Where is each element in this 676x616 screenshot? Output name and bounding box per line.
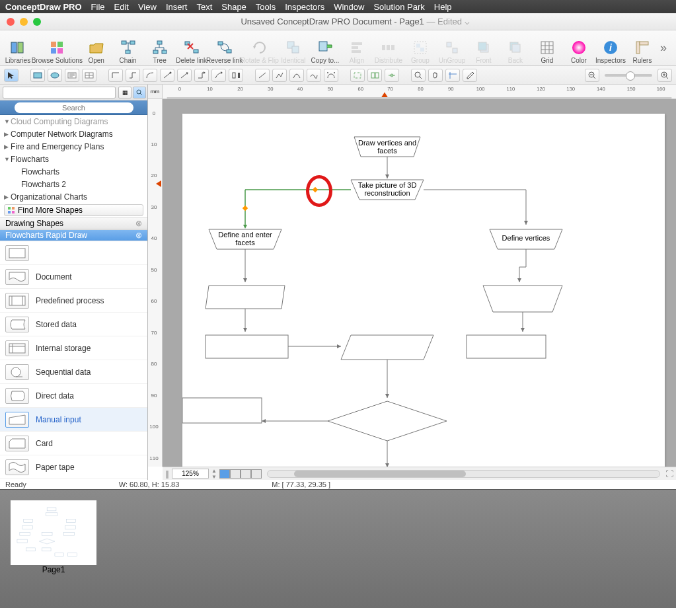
menu-inspectors[interactable]: Inspectors xyxy=(285,2,324,12)
collapse-icon[interactable]: ‖ xyxy=(165,469,169,479)
page-thumbnail-label[interactable]: Page1 xyxy=(42,565,65,574)
pointer-tool-icon[interactable] xyxy=(4,69,19,82)
svg-marker-167 xyxy=(328,401,447,441)
open-button[interactable]: Open xyxy=(83,32,110,64)
tree-button[interactable]: Tree xyxy=(146,32,174,64)
menu-solution-park[interactable]: Solution Park xyxy=(373,2,424,12)
table-tool-icon[interactable] xyxy=(82,69,96,82)
svg-rect-170 xyxy=(182,398,262,423)
shape-item-sequential[interactable]: Sequential data xyxy=(0,360,147,384)
toolbar-overflow-icon[interactable]: » xyxy=(660,41,672,55)
spline-tool-icon[interactable] xyxy=(307,69,321,82)
page-thumbnail-1[interactable] xyxy=(11,500,96,565)
horizontal-scrollbar[interactable] xyxy=(267,470,660,478)
tree-cloud-computing[interactable]: ▼Cloud Computing Diagrams xyxy=(0,115,147,128)
shape-item-document[interactable]: Document xyxy=(0,265,147,289)
shape-item-direct[interactable]: Direct data xyxy=(0,384,147,408)
guides-tool-icon[interactable] xyxy=(445,69,460,82)
horizontal-ruler[interactable]: 0102030405060708090100110120130140150160 xyxy=(163,85,676,99)
find-more-shapes-button[interactable]: Find More Shapes xyxy=(4,204,143,216)
close-icon[interactable]: ⊗ xyxy=(135,231,142,240)
inspectors-button[interactable]: iInspectors xyxy=(597,32,624,64)
zoom-in-icon[interactable] xyxy=(657,69,672,82)
shape-item-card[interactable]: Card xyxy=(0,432,147,455)
libraries-button[interactable]: Libraries xyxy=(4,32,32,64)
bezier-tool-icon[interactable] xyxy=(324,69,338,82)
connector-tool-5-icon[interactable] xyxy=(177,69,192,82)
rulers-button[interactable]: Rulers xyxy=(628,32,656,64)
search-view-icon[interactable] xyxy=(133,87,146,98)
shape-item-papertape[interactable]: Paper tape xyxy=(0,455,147,479)
zoom-level[interactable]: 125% xyxy=(172,469,209,479)
shape-item-internal[interactable]: Internal storage xyxy=(0,336,147,360)
svg-rect-12 xyxy=(153,50,158,54)
menu-help[interactable]: Help xyxy=(434,2,452,12)
zoom-slider[interactable] xyxy=(605,74,652,77)
vertical-ruler[interactable]: 0102030405060708090100110 xyxy=(148,99,163,467)
snap-tool-3-icon[interactable] xyxy=(385,69,399,82)
tree-computer-network[interactable]: ▶Computer Network Diagrams xyxy=(0,128,147,140)
tree-org-charts[interactable]: ▶Organizational Charts xyxy=(0,190,147,203)
svg-rect-72 xyxy=(371,73,375,78)
zoom-out-icon[interactable] xyxy=(585,69,599,82)
fit-page-icon[interactable]: ⛶ xyxy=(665,469,673,479)
eyedropper-tool-icon[interactable] xyxy=(463,69,477,82)
menu-window[interactable]: Window xyxy=(334,2,364,12)
snap-tool-2-icon[interactable] xyxy=(367,69,382,82)
connector-tool-4-icon[interactable] xyxy=(160,69,174,82)
library-selector[interactable] xyxy=(3,87,116,98)
menu-file[interactable]: File xyxy=(91,2,105,12)
connector-tool-7-icon[interactable] xyxy=(211,69,226,82)
ellipse-tool-icon[interactable] xyxy=(48,69,62,82)
tree-flowcharts-1[interactable]: Flowcharts xyxy=(0,165,147,178)
chain-button[interactable]: Chain xyxy=(114,32,142,64)
copy-to-button[interactable]: Copy to... xyxy=(311,32,339,64)
shape-item-stored[interactable]: Stored data xyxy=(0,313,147,336)
grid-button[interactable]: Grid xyxy=(533,32,561,64)
pan-tool-icon[interactable] xyxy=(428,69,443,82)
chevron-down-icon[interactable]: ⌵ xyxy=(465,17,470,26)
connector-tool-3-icon[interactable] xyxy=(143,69,157,82)
menu-tools[interactable]: Tools xyxy=(256,2,276,12)
search-input[interactable] xyxy=(15,102,133,113)
browse-solutions-button[interactable]: Browse Solutions xyxy=(36,32,79,64)
delete-link-button[interactable]: Delete link xyxy=(178,32,206,64)
connector-tool-6-icon[interactable] xyxy=(194,69,209,82)
tree-fire-emergency[interactable]: ▶Fire and Emergency Plans xyxy=(0,140,147,153)
connector-tool-1-icon[interactable] xyxy=(108,69,123,82)
shape-item-display[interactable]: Display xyxy=(0,479,147,480)
menu-shape[interactable]: Shape xyxy=(221,2,246,12)
connector-tool-2-icon[interactable] xyxy=(126,69,140,82)
close-icon[interactable] xyxy=(7,18,15,26)
zoom-stepper-icon[interactable]: ▲▼ xyxy=(211,468,217,480)
shape-item-generic[interactable] xyxy=(0,241,147,265)
color-button[interactable]: Color xyxy=(565,32,593,64)
menu-insert[interactable]: Insert xyxy=(166,2,188,12)
category-flowcharts-rapid[interactable]: Flowcharts Rapid Draw⊗ xyxy=(0,229,147,241)
maximize-icon[interactable] xyxy=(33,18,41,26)
tree-flowcharts[interactable]: ▼Flowcharts xyxy=(0,153,147,165)
grid-view-icon[interactable]: ▦ xyxy=(118,87,131,98)
reverse-link-button[interactable]: Reverse link xyxy=(209,32,240,64)
connector-tool-8-icon[interactable] xyxy=(229,69,243,82)
close-icon[interactable]: ⊗ xyxy=(135,219,142,228)
menu-view[interactable]: View xyxy=(138,2,157,12)
drawing-page[interactable]: Draw vertices and facets Take picture of… xyxy=(182,114,665,467)
canvas-scroll[interactable]: Draw vertices and facets Take picture of… xyxy=(163,99,676,467)
shape-item-predefined[interactable]: Predefined process xyxy=(0,289,147,313)
polyline-tool-icon[interactable] xyxy=(272,69,287,82)
text-tool-icon[interactable] xyxy=(65,69,79,82)
arc-tool-icon[interactable] xyxy=(289,69,304,82)
line-tool-icon[interactable] xyxy=(255,69,270,82)
category-drawing-shapes[interactable]: Drawing Shapes⊗ xyxy=(0,217,147,229)
tree-flowcharts-2[interactable]: Flowcharts 2 xyxy=(0,178,147,190)
svg-rect-38 xyxy=(453,48,457,53)
zoom-tool-icon[interactable] xyxy=(411,69,426,82)
menu-edit[interactable]: Edit xyxy=(114,2,129,12)
menu-text[interactable]: Text xyxy=(196,2,212,12)
view-mode-switcher[interactable] xyxy=(219,469,262,479)
snap-tool-1-icon[interactable] xyxy=(350,69,365,82)
shape-item-manual-input[interactable]: Manual input xyxy=(0,408,147,432)
rectangle-tool-icon[interactable] xyxy=(30,69,45,82)
minimize-icon[interactable] xyxy=(20,18,28,26)
